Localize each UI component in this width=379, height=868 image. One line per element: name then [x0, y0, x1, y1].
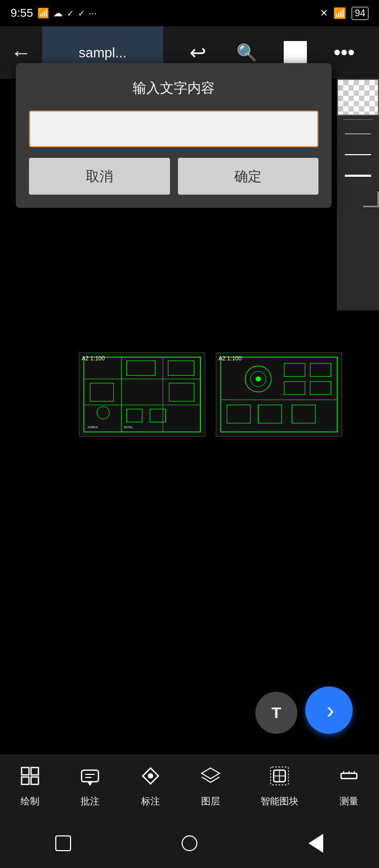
markup-icon [141, 766, 161, 791]
cancel-button[interactable]: 取消 [29, 158, 170, 195]
signal-icon: 📶 [37, 7, 49, 19]
svg-point-36 [148, 773, 153, 779]
tab-smartblock[interactable]: 智能图块 [261, 766, 298, 808]
tab-markup[interactable]: 标注 [141, 766, 161, 808]
tab-measure[interactable]: 测量 [339, 766, 359, 808]
svg-text:SAMPLE: SAMPLE [87, 426, 98, 429]
status-time-area: 9:55 📶 ☁ ✓ ✓ ··· [11, 6, 97, 20]
svg-marker-35 [87, 782, 93, 786]
tab-annotate[interactable]: 批注 [80, 766, 100, 808]
nav-home-button[interactable] [174, 833, 205, 854]
svg-rect-0 [80, 353, 205, 436]
text-fab-icon: T [272, 704, 281, 722]
back-triangle-icon [308, 834, 323, 853]
text-input-field[interactable] [29, 110, 318, 147]
nav-recents-button[interactable] [47, 833, 79, 854]
dialog-button-row: 取消 确定 [29, 158, 318, 195]
cad-drawing-2 [216, 353, 342, 436]
tab-draw[interactable]: 绘制 [20, 766, 40, 808]
more-button[interactable]: ••• [328, 37, 360, 68]
nav-back-button[interactable] [300, 833, 332, 854]
cad-thumb-label-2: A2 1:100 [218, 355, 242, 361]
svg-rect-42 [341, 773, 357, 779]
measure-icon [339, 766, 359, 791]
line-width-thick-button[interactable] [340, 166, 376, 185]
recents-icon [55, 835, 71, 851]
line-width-med-button[interactable] [340, 145, 376, 164]
resize-handle-icon[interactable] [363, 191, 379, 207]
text-input-dialog: 输入文字内容 取消 确定 [16, 63, 332, 208]
med-line-icon [345, 154, 371, 155]
text-fab-button[interactable]: T [255, 692, 297, 734]
dialog-title: 输入文字内容 [29, 79, 318, 97]
color-picker-button[interactable] [337, 79, 379, 116]
svg-text:DETAIL: DETAIL [124, 426, 133, 429]
resize-area [337, 186, 379, 207]
check-icon2: ✓ [78, 8, 85, 18]
back-arrow-icon: ← [11, 41, 32, 64]
draw-icon [20, 766, 40, 791]
tab-annotate-label: 批注 [81, 795, 99, 808]
status-bar: 9:55 📶 ☁ ✓ ✓ ··· ✕ 📶 94 [0, 0, 379, 26]
more-icon: ••• [334, 42, 355, 64]
thick-line-icon [345, 175, 371, 177]
search-icon: 🔍 [236, 43, 257, 63]
cad-thumbnail-1[interactable]: A2 1:100 SAMPLE DETAIL [79, 352, 205, 437]
annotate-icon [80, 766, 100, 791]
cad-thumb-label-1: A2 1:100 [82, 355, 105, 361]
cad-thumbnail-2[interactable]: A2 1:100 [216, 352, 342, 437]
svg-rect-29 [31, 768, 38, 775]
svg-rect-28 [22, 768, 29, 775]
svg-rect-32 [82, 770, 98, 782]
battery-level: 94 [352, 7, 368, 20]
check-icon1: ✓ [67, 8, 74, 18]
system-nav-bar [0, 818, 379, 868]
next-fab-button[interactable]: › [305, 687, 353, 734]
tab-layers[interactable]: 图层 [201, 766, 221, 808]
tab-draw-label: 绘制 [21, 795, 39, 808]
svg-rect-30 [22, 777, 29, 784]
tab-layers-label: 图层 [201, 795, 220, 808]
right-tool-panel [337, 79, 379, 310]
cad-thumbnail-area: A2 1:100 SAMPLE DETAIL A2 1:100 [79, 352, 342, 437]
undo-icon: ↩ [190, 41, 206, 64]
svg-marker-37 [202, 768, 220, 779]
svg-rect-31 [31, 777, 38, 784]
tab-measure-label: 测量 [340, 795, 358, 808]
layers-icon [201, 766, 221, 791]
tab-smartblock-label: 智能图块 [261, 795, 298, 808]
cloud-icon: ☁ [53, 7, 63, 19]
confirm-button[interactable]: 确定 [178, 158, 319, 195]
cad-drawing-1: SAMPLE DETAIL [79, 353, 205, 436]
panel-divider-1 [343, 119, 373, 120]
status-right-area: ✕ 📶 94 [320, 7, 368, 20]
thin-line-icon [345, 134, 371, 134]
time-display: 9:55 [11, 6, 33, 20]
svg-point-19 [256, 376, 261, 381]
next-fab-icon: › [326, 697, 334, 723]
smartblock-icon [270, 766, 290, 791]
back-button[interactable]: ← [0, 41, 42, 65]
tab-markup-label: 标注 [141, 795, 160, 808]
battery-x-icon: ✕ [320, 7, 328, 19]
wifi-icon: 📶 [333, 7, 346, 19]
home-icon [182, 835, 197, 851]
bottom-toolbar: 绘制 批注 标注 图层 [0, 755, 379, 818]
line-width-thin-button[interactable] [340, 124, 376, 143]
color-swatch [284, 41, 307, 64]
dots-icon: ··· [89, 8, 97, 19]
